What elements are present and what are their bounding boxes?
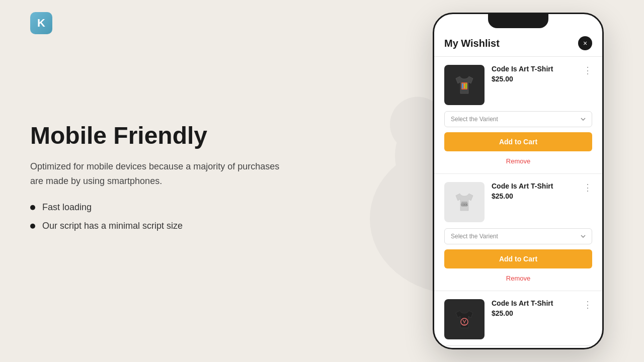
bullet-dot-2: [30, 224, 35, 229]
wishlist-item-3: FIRE Code Is Art T-Shirt $25.00 ⋮ Select…: [434, 291, 602, 348]
bullet-dot-1: [30, 205, 35, 210]
svg-rect-12: [464, 83, 465, 88]
close-button[interactable]: ×: [578, 36, 592, 50]
wishlist-title: My Wishlist: [444, 38, 500, 49]
item-name-2: Code Is Art T-Shirt: [492, 182, 576, 190]
item-name-3: Code Is Art T-Shirt: [492, 299, 576, 307]
remove-button-2[interactable]: Remove: [444, 275, 592, 282]
wishlist-header: My Wishlist ×: [434, 28, 602, 57]
svg-text:CODE: CODE: [461, 203, 468, 206]
item-price-2: $25.00: [492, 192, 576, 200]
item-name-1: Code Is Art T-Shirt: [492, 65, 576, 73]
item-image-1: [444, 65, 485, 105]
variant-select-2[interactable]: Select the Varient: [444, 228, 592, 244]
item-row-1: Code Is Art T-Shirt $25.00 ⋮: [444, 65, 592, 105]
item-row-2: CODE Code Is Art T-Shirt $25.00 ⋮: [444, 182, 592, 222]
logo-letter: K: [37, 17, 45, 30]
variant-select-3[interactable]: Select the Varient: [444, 345, 592, 348]
dots-icon-2: ⋮: [583, 182, 592, 193]
item-details-2: Code Is Art T-Shirt $25.00: [492, 182, 576, 200]
bullet-item-1: Fast loading: [30, 202, 292, 213]
variant-select-1[interactable]: Select the Varient: [444, 111, 592, 127]
item-price-3: $25.00: [492, 309, 576, 317]
bullet-text-1: Fast loading: [42, 202, 92, 213]
add-to-cart-button-1[interactable]: Add to Cart: [444, 132, 592, 151]
left-panel: Mobile Friendly Optimized for mobile dev…: [30, 123, 292, 239]
item-details-3: Code Is Art T-Shirt $25.00: [492, 299, 576, 317]
dots-icon-1: ⋮: [583, 65, 592, 76]
bullet-item-2: Our script has a minimal script size: [30, 221, 292, 231]
app-logo: K: [30, 12, 52, 34]
svg-rect-13: [465, 83, 467, 88]
dots-icon-3: ⋮: [583, 299, 592, 310]
description: Optimized for mobile devices because a m…: [30, 159, 292, 189]
item-image-3: FIRE: [444, 299, 485, 339]
item-details-1: Code Is Art T-Shirt $25.00: [492, 65, 576, 83]
bullet-text-2: Our script has a minimal script size: [42, 221, 183, 231]
wishlist-item-1: Code Is Art T-Shirt $25.00 ⋮ Select the …: [434, 57, 602, 174]
item-price-1: $25.00: [492, 75, 576, 83]
main-title: Mobile Friendly: [30, 123, 292, 149]
svg-rect-11: [462, 83, 463, 88]
phone-notch: [488, 14, 548, 28]
add-to-cart-button-2[interactable]: Add to Cart: [444, 249, 592, 268]
svg-point-8: [395, 231, 433, 256]
svg-text:FIRE: FIRE: [462, 324, 467, 326]
remove-button-1[interactable]: Remove: [444, 157, 592, 165]
wishlist-item-2: CODE Code Is Art T-Shirt $25.00 ⋮ Select…: [434, 174, 602, 291]
item-row-3: FIRE Code Is Art T-Shirt $25.00 ⋮: [444, 299, 592, 339]
phone-mockup: My Wishlist × Code Is Art T-Shirt $25: [433, 13, 604, 349]
bullet-list: Fast loading Our script has a minimal sc…: [30, 202, 292, 231]
phone-content: My Wishlist × Code Is Art T-Shirt $25: [434, 28, 602, 348]
item-image-2: CODE: [444, 182, 485, 222]
